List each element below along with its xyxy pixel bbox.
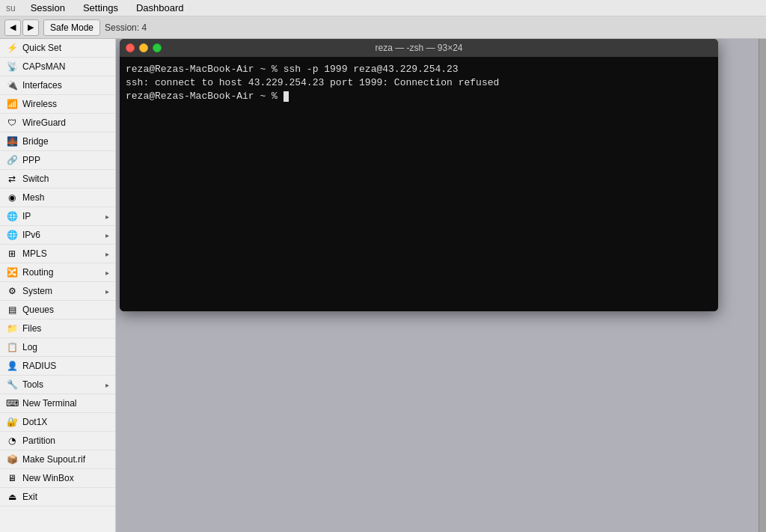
terminal-line-2: reza@Rezas-MacBook-Air ~ %: [126, 90, 712, 103]
quick-set-label: Quick Set: [22, 43, 109, 53]
content-area: reza — -zsh — 93×24 reza@Rezas-MacBook-A…: [116, 39, 759, 532]
bridge-icon: 🌉: [6, 135, 18, 147]
sidebar-item-ipv6[interactable]: 🌐IPv6▸: [0, 226, 115, 245]
mpls-arrow: ▸: [105, 250, 109, 258]
ip-label: IP: [22, 211, 101, 221]
sidebar-item-tools[interactable]: 🔧Tools▸: [0, 376, 115, 394]
sidebar-item-wireguard[interactable]: 🛡WireGuard: [0, 114, 115, 132]
terminal-titlebar: reza — -zsh — 93×24: [120, 39, 718, 57]
system-icon: ⚙: [6, 285, 18, 297]
capsman-label: CAPsMAN: [22, 61, 109, 72]
sidebar-item-ppp[interactable]: 🔗PPP: [0, 151, 115, 170]
main-area: ⚡Quick Set📡CAPsMAN🔌Interfaces📶Wireless🛡W…: [0, 39, 766, 532]
menu-session[interactable]: Session: [28, 1, 68, 15]
sidebar-item-files[interactable]: 📁Files: [0, 319, 115, 338]
sidebar-item-bridge[interactable]: 🌉Bridge: [0, 132, 115, 151]
sidebar-item-ip[interactable]: 🌐IP▸: [0, 207, 115, 226]
minimize-button[interactable]: [139, 43, 148, 52]
routing-arrow: ▸: [105, 269, 109, 277]
files-icon: 📁: [6, 322, 18, 334]
nav-buttons: ◀ ▶: [4, 19, 39, 36]
sidebar-item-make-supout[interactable]: 📦Make Supout.rif: [0, 450, 115, 469]
session-label: Session: 4: [105, 22, 147, 33]
sidebar-item-dot1x[interactable]: 🔐Dot1X: [0, 413, 115, 432]
terminal-body[interactable]: reza@Rezas-MacBook-Air ~ % ssh -p 1999 r…: [120, 57, 718, 311]
make-supout-icon: 📦: [6, 453, 18, 465]
close-button[interactable]: [126, 43, 135, 52]
partition-icon: ◔: [6, 435, 18, 447]
make-supout-label: Make Supout.rif: [22, 454, 109, 465]
ppp-label: PPP: [22, 155, 109, 165]
safe-mode-button[interactable]: Safe Mode: [43, 19, 100, 36]
sidebar-item-radius[interactable]: 👤RADIUS: [0, 357, 115, 376]
wireless-icon: 📶: [6, 98, 18, 110]
log-icon: 📋: [6, 341, 18, 353]
back-button[interactable]: ◀: [4, 19, 21, 36]
sidebar-item-new-winbox[interactable]: 🖥New WinBox: [0, 469, 115, 488]
quick-set-icon: ⚡: [6, 42, 18, 54]
interfaces-label: Interfaces: [22, 80, 109, 91]
bridge-label: Bridge: [22, 136, 109, 147]
terminal-cursor: [284, 91, 289, 102]
menu-dashboard[interactable]: Dashboard: [133, 1, 187, 15]
dot1x-icon: 🔐: [6, 416, 18, 428]
sidebar-item-quick-set[interactable]: ⚡Quick Set: [0, 39, 115, 58]
routing-icon: 🔀: [6, 266, 18, 278]
tools-arrow: ▸: [105, 381, 109, 389]
new-winbox-label: New WinBox: [22, 473, 109, 483]
system-arrow: ▸: [105, 287, 109, 296]
terminal-window[interactable]: reza — -zsh — 93×24 reza@Rezas-MacBook-A…: [120, 39, 718, 311]
mesh-icon: ◉: [6, 192, 18, 204]
mesh-label: Mesh: [22, 192, 109, 203]
exit-label: Exit: [22, 492, 109, 502]
sidebar-item-partition[interactable]: ◔Partition: [0, 432, 115, 450]
radius-label: RADIUS: [22, 361, 109, 371]
ipv6-label: IPv6: [22, 230, 101, 240]
dot1x-label: Dot1X: [22, 417, 109, 427]
new-terminal-icon: ⌨: [6, 397, 18, 409]
sidebar-item-wireless[interactable]: 📶Wireless: [0, 95, 115, 114]
log-label: Log: [22, 342, 109, 352]
radius-icon: 👤: [6, 360, 18, 372]
wireguard-icon: 🛡: [6, 117, 18, 129]
ip-arrow: ▸: [105, 213, 109, 221]
sidebar: ⚡Quick Set📡CAPsMAN🔌Interfaces📶Wireless🛡W…: [0, 39, 116, 532]
maximize-button[interactable]: [153, 43, 162, 52]
sidebar-item-system[interactable]: ⚙System▸: [0, 282, 115, 301]
routing-label: Routing: [22, 267, 101, 278]
sidebar-item-routing[interactable]: 🔀Routing▸: [0, 263, 115, 282]
tools-label: Tools: [22, 379, 101, 390]
sidebar-item-mpls[interactable]: ⊞MPLS▸: [0, 245, 115, 263]
terminal-line-0: reza@Rezas-MacBook-Air ~ % ssh -p 1999 r…: [126, 63, 712, 76]
system-label: System: [22, 286, 101, 296]
terminal-title: reza — -zsh — 93×24: [375, 43, 462, 53]
tools-icon: 🔧: [6, 379, 18, 391]
sidebar-item-interfaces[interactable]: 🔌Interfaces: [0, 76, 115, 95]
switch-icon: ⇄: [6, 173, 18, 185]
ppp-icon: 🔗: [6, 154, 18, 166]
files-label: Files: [22, 323, 109, 334]
sidebar-item-exit[interactable]: ⏏Exit: [0, 488, 115, 507]
switch-label: Switch: [22, 174, 109, 184]
mpls-label: MPLS: [22, 248, 101, 259]
wireless-label: Wireless: [22, 99, 109, 109]
sidebar-item-capsman[interactable]: 📡CAPsMAN: [0, 58, 115, 76]
interfaces-icon: 🔌: [6, 79, 18, 91]
sidebar-item-mesh[interactable]: ◉Mesh: [0, 189, 115, 207]
exit-icon: ⏏: [6, 491, 18, 503]
queues-icon: ▤: [6, 304, 18, 316]
sidebar-item-switch[interactable]: ⇄Switch: [0, 170, 115, 189]
ipv6-arrow: ▸: [105, 231, 109, 239]
menu-bar: su Session Settings Dashboard: [0, 0, 766, 16]
queues-label: Queues: [22, 305, 109, 315]
new-terminal-label: New Terminal: [22, 398, 109, 409]
menu-settings[interactable]: Settings: [80, 1, 121, 15]
sidebar-item-queues[interactable]: ▤Queues: [0, 301, 115, 319]
app-title: su: [6, 3, 16, 13]
sidebar-item-log[interactable]: 📋Log: [0, 338, 115, 357]
forward-button[interactable]: ▶: [22, 19, 39, 36]
new-winbox-icon: 🖥: [6, 472, 18, 484]
sidebar-item-new-terminal[interactable]: ⌨New Terminal: [0, 394, 115, 413]
ipv6-icon: 🌐: [6, 229, 18, 241]
right-scrollbar-strip[interactable]: [759, 39, 766, 532]
